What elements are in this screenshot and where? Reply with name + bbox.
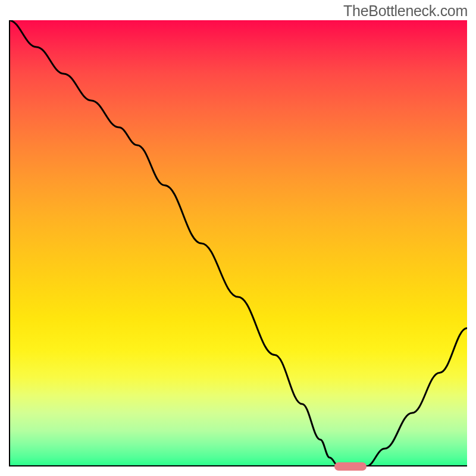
sweet-spot-marker: [334, 462, 367, 471]
watermark-text: TheBottleneck.com: [343, 2, 468, 20]
chart-frame: TheBottleneck.com: [0, 0, 476, 476]
plot-area: [9, 20, 467, 466]
bottleneck-curve: [9, 20, 467, 466]
